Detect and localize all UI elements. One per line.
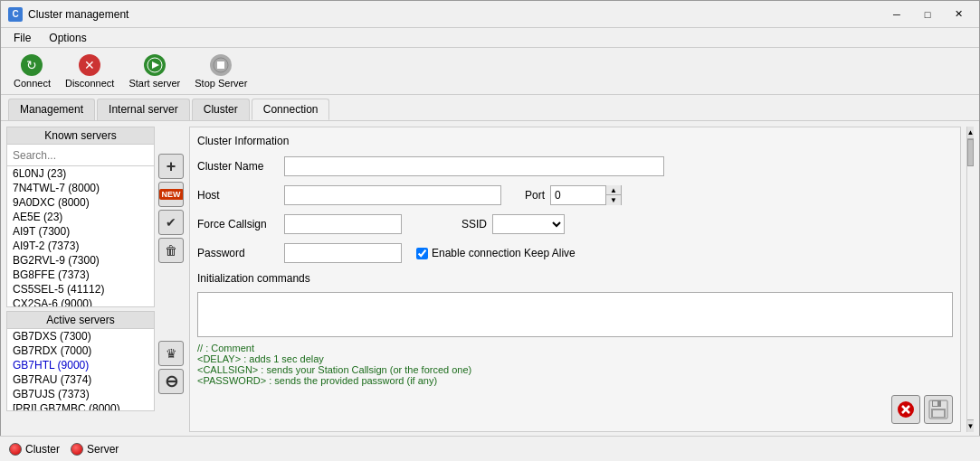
new-button[interactable]: NEW: [158, 182, 184, 207]
host-label: Host: [197, 189, 279, 202]
callsign-ssid-row: Force Callsign SSID: [197, 214, 953, 234]
port-label: Port: [525, 189, 545, 202]
list-item[interactable]: GB7UJS (7373): [7, 387, 154, 401]
init-commands-textarea[interactable]: [197, 292, 953, 337]
ssid-select[interactable]: [492, 214, 565, 234]
search-input[interactable]: [7, 145, 154, 166]
host-input[interactable]: [284, 185, 501, 205]
delete-known-button[interactable]: 🗑: [158, 238, 184, 263]
keep-alive-row: Enable connection Keep Alive: [416, 247, 576, 259]
left-lists: Known servers 6L0NJ (23) 7N4TWL-7 (8000)…: [6, 127, 155, 432]
host-port-row: Host Port ▲ ▼: [197, 185, 953, 205]
maximize-button[interactable]: □: [914, 5, 941, 24]
tab-cluster[interactable]: Cluster: [192, 99, 250, 120]
list-item[interactable]: GB7HTL (9000): [7, 358, 154, 372]
stop-server-icon: [210, 54, 232, 76]
close-button[interactable]: ✕: [945, 5, 972, 24]
priority-up-button[interactable]: ♛: [158, 341, 184, 366]
connect-button[interactable]: ↻ Connect: [8, 52, 56, 91]
list-item[interactable]: GB7RDX (7000): [7, 343, 154, 358]
menu-options[interactable]: Options: [40, 30, 95, 46]
svg-rect-8: [933, 401, 937, 406]
title-text: Cluster management: [28, 8, 883, 21]
tab-management[interactable]: Management: [8, 99, 95, 120]
new-badge: NEW: [159, 189, 184, 200]
list-item[interactable]: AI9T-2 (7373): [7, 239, 154, 253]
ssid-label: SSID: [461, 218, 487, 230]
keep-alive-checkbox[interactable]: [416, 248, 428, 259]
verify-button[interactable]: ✔: [158, 210, 184, 235]
cluster-name-row: Cluster Name: [197, 156, 953, 176]
init-commands-label: Initialization commands: [197, 272, 953, 285]
save-button[interactable]: [924, 395, 953, 424]
tab-internal-server[interactable]: Internal server: [97, 99, 190, 120]
list-item[interactable]: GB7RAU (7374): [7, 372, 154, 387]
list-item[interactable]: [PRI] GB7MBC (8000): [7, 401, 154, 410]
hint-comment: // : Comment: [197, 343, 953, 353]
force-callsign-label: Force Callsign: [197, 218, 279, 230]
left-panel: Known servers 6L0NJ (23) 7N4TWL-7 (8000)…: [6, 127, 184, 432]
list-item[interactable]: AI9T (7300): [7, 224, 154, 239]
port-decrement-button[interactable]: ▼: [606, 195, 621, 205]
remove-active-button[interactable]: ⊖: [158, 369, 184, 394]
list-item[interactable]: 6L0NJ (23): [7, 166, 154, 181]
password-keepalive-row: Password Enable connection Keep Alive: [197, 243, 953, 263]
statusbar: Cluster Server: [0, 436, 980, 461]
list-item[interactable]: 7N4TWL-7 (8000): [7, 181, 154, 195]
list-item[interactable]: 9A0DXC (8000): [7, 195, 154, 210]
server-status: Server: [71, 443, 119, 456]
cancel-button[interactable]: [891, 395, 920, 424]
main-content: Known servers 6L0NJ (23) 7N4TWL-7 (8000)…: [1, 121, 979, 437]
tab-connection[interactable]: Connection: [252, 99, 330, 120]
active-servers-title: Active servers: [7, 312, 154, 329]
port-increment-button[interactable]: ▲: [606, 185, 621, 195]
hint-callsign: <CALLSIGN> : sends your Station Callsign…: [197, 364, 953, 375]
hints-section: // : Comment <DELAY> : adds 1 sec delay …: [197, 343, 953, 386]
list-item[interactable]: CX2SA-6 (9000): [7, 296, 154, 306]
right-scrollbar[interactable]: ▲ ▼: [966, 127, 974, 432]
hint-password: <PASSWORD> : sends the provided password…: [197, 375, 953, 386]
list-item[interactable]: BG8FFE (7373): [7, 268, 154, 282]
list-item[interactable]: BG2RVL-9 (7300): [7, 253, 154, 268]
cluster-status-dot: [9, 443, 22, 456]
minimize-button[interactable]: ─: [883, 5, 910, 24]
disconnect-button[interactable]: ✕ Disconnect: [60, 52, 119, 91]
right-panel: Cluster Information Cluster Name Host Po…: [189, 127, 961, 432]
tabs: Management Internal server Cluster Conne…: [1, 95, 979, 121]
server-status-label: Server: [87, 443, 119, 456]
active-servers-list[interactable]: GB7DXS (7300) GB7RDX (7000) GB7HTL (9000…: [7, 329, 154, 410]
start-server-icon: [144, 54, 166, 76]
connect-icon: ↻: [21, 54, 43, 76]
hint-delay: <DELAY> : adds 1 sec delay: [197, 353, 953, 364]
menu-file[interactable]: File: [5, 30, 40, 46]
svg-rect-2: [217, 61, 224, 69]
password-input[interactable]: [284, 243, 402, 263]
cluster-status-label: Cluster: [25, 443, 60, 456]
port-input[interactable]: [551, 186, 605, 204]
titlebar: C Cluster management ─ □ ✕: [1, 1, 979, 28]
cluster-status: Cluster: [9, 443, 60, 456]
keep-alive-label: Enable connection Keep Alive: [432, 247, 576, 259]
list-item[interactable]: AE5E (23): [7, 210, 154, 224]
active-servers-section: Active servers GB7DXS (7300) GB7RDX (700…: [6, 311, 155, 411]
cluster-name-input[interactable]: [284, 156, 664, 176]
list-item[interactable]: CS5SEL-5 (41112): [7, 282, 154, 296]
force-callsign-input[interactable]: [284, 214, 402, 234]
toolbar: ↻ Connect ✕ Disconnect Start server Stop…: [1, 48, 979, 95]
svg-rect-10: [933, 410, 944, 417]
add-server-button[interactable]: +: [158, 154, 184, 179]
window-controls: ─ □ ✕: [883, 5, 972, 24]
scroll-down[interactable]: ▼: [967, 419, 974, 432]
stop-server-button[interactable]: Stop Server: [189, 52, 252, 91]
server-status-dot: [71, 443, 83, 456]
known-servers-title: Known servers: [7, 127, 154, 145]
password-label: Password: [197, 247, 279, 259]
scroll-thumb[interactable]: [967, 139, 974, 166]
scroll-up[interactable]: ▲: [967, 127, 974, 139]
list-item[interactable]: GB7DXS (7300): [7, 329, 154, 343]
disconnect-icon: ✕: [79, 54, 100, 76]
known-servers-list[interactable]: 6L0NJ (23) 7N4TWL-7 (8000) 9A0DXC (8000)…: [7, 166, 154, 306]
side-actions: + NEW ✔ 🗑 ♛ ⊖: [158, 127, 184, 432]
known-servers-section: Known servers 6L0NJ (23) 7N4TWL-7 (8000)…: [6, 127, 155, 307]
start-server-button[interactable]: Start server: [123, 52, 186, 91]
